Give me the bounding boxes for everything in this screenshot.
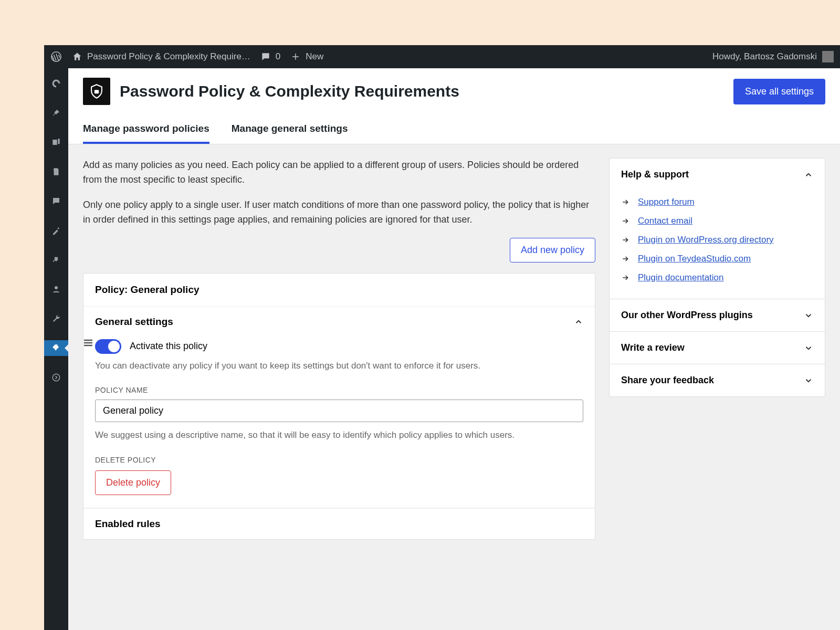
svg-point-2: [52, 374, 60, 381]
adminbar-comment-count: 0: [276, 51, 280, 62]
help-link-docs[interactable]: Plugin documentation: [638, 272, 724, 283]
page-header: Password Policy & Complexity Requirement…: [68, 68, 840, 144]
other-plugins-title: Our other WordPress plugins: [621, 310, 753, 321]
chevron-up-icon: [574, 317, 583, 327]
adminbar-new-label: New: [306, 51, 323, 62]
share-feedback-panel: Share your feedback: [609, 364, 825, 397]
nav-comments-icon[interactable]: [44, 193, 68, 209]
arrow-right-icon: [621, 255, 631, 263]
write-review-title: Write a review: [621, 342, 685, 353]
activate-policy-toggle[interactable]: [95, 339, 121, 354]
settings-tabs: Manage password policies Manage general …: [83, 116, 825, 144]
tab-manage-general[interactable]: Manage general settings: [232, 116, 348, 144]
help-support-title: Help & support: [621, 169, 689, 180]
adminbar-account[interactable]: Howdy, Bartosz Gadomski: [712, 51, 834, 62]
write-review-header[interactable]: Write a review: [610, 332, 825, 364]
help-links-list: Support forum Contact email Plugin on Wo…: [621, 193, 813, 287]
delete-policy-label: DELETE POLICY: [95, 456, 583, 464]
help-support-panel: Help & support Support forum: [609, 158, 825, 299]
list-item: Contact email: [621, 212, 813, 230]
adminbar-new[interactable]: New: [290, 51, 323, 62]
policy-card: Policy: General policy General settings …: [83, 273, 595, 540]
nav-dashboard-icon[interactable]: [44, 76, 68, 91]
list-item: Plugin on TeydeaStudio.com: [621, 249, 813, 268]
arrow-right-icon: [621, 198, 631, 206]
list-item: Plugin on WordPress.org directory: [621, 230, 813, 249]
home-icon: [71, 51, 83, 62]
help-link-wporg[interactable]: Plugin on WordPress.org directory: [638, 235, 774, 245]
share-feedback-title: Share your feedback: [621, 375, 714, 386]
adminbar-greeting: Howdy, Bartosz Gadomski: [712, 51, 817, 62]
wp-adminbar: Password Policy & Complexity Require… 0 …: [44, 45, 840, 68]
nav-pin-icon[interactable]: [44, 105, 68, 121]
policy-name-help: We suggest using a descriptive name, so …: [95, 428, 583, 442]
help-link-support-forum[interactable]: Support forum: [638, 197, 695, 207]
nav-settings-icon[interactable]: [44, 340, 68, 356]
write-review-panel: Write a review: [609, 332, 825, 364]
chevron-down-icon: [804, 376, 813, 385]
nav-pages-icon[interactable]: [44, 164, 68, 180]
app-window: Password Policy & Complexity Require… 0 …: [44, 45, 840, 630]
intro-paragraph-2: Only one policy apply to a single user. …: [83, 198, 595, 227]
arrow-right-icon: [621, 217, 631, 225]
general-settings-title: General settings: [95, 316, 173, 328]
share-feedback-header[interactable]: Share your feedback: [610, 364, 825, 396]
policy-card-title: Policy: General policy: [83, 274, 595, 307]
nav-tools-icon[interactable]: [44, 311, 68, 327]
delete-policy-button[interactable]: Delete policy: [95, 470, 171, 495]
nav-plugins-icon[interactable]: [44, 252, 68, 268]
wp-admin-menu: [44, 68, 68, 630]
page-content: Password Policy & Complexity Requirement…: [68, 68, 840, 630]
avatar-icon: [822, 51, 834, 62]
help-support-header[interactable]: Help & support: [610, 159, 825, 191]
general-settings-header[interactable]: General settings: [83, 307, 595, 337]
save-all-settings-button[interactable]: Save all settings: [733, 79, 825, 104]
help-link-contact-email[interactable]: Contact email: [638, 216, 692, 226]
other-plugins-header[interactable]: Our other WordPress plugins: [610, 299, 825, 331]
enabled-rules-header[interactable]: Enabled rules: [83, 508, 595, 539]
nav-users-icon[interactable]: [44, 281, 68, 297]
plus-icon: [290, 51, 301, 62]
intro-paragraph-1: Add as many policies as you need. Each p…: [83, 158, 595, 187]
adminbar-site[interactable]: Password Policy & Complexity Require…: [71, 51, 250, 62]
chevron-down-icon: [804, 343, 813, 353]
nav-media-icon[interactable]: [44, 134, 68, 150]
drawer-toggle-icon[interactable]: [81, 336, 95, 350]
adminbar-site-name: Password Policy & Complexity Require…: [87, 51, 250, 62]
arrow-right-icon: [621, 236, 631, 244]
other-plugins-panel: Our other WordPress plugins: [609, 299, 825, 332]
plugin-logo-icon: [83, 78, 110, 105]
chevron-down-icon: [804, 311, 813, 320]
help-link-teydea[interactable]: Plugin on TeydeaStudio.com: [638, 254, 751, 264]
list-item: Support forum: [621, 193, 813, 212]
svg-rect-3: [94, 90, 99, 93]
activate-policy-label: Activate this policy: [130, 341, 207, 352]
enabled-rules-title: Enabled rules: [95, 518, 161, 530]
add-new-policy-button[interactable]: Add new policy: [510, 238, 595, 262]
policy-name-input[interactable]: [95, 400, 583, 422]
intro-text: Add as many policies as you need. Each p…: [83, 158, 595, 227]
nav-collapse-icon[interactable]: [44, 370, 68, 385]
tab-manage-policies[interactable]: Manage password policies: [83, 116, 209, 144]
arrow-right-icon: [621, 274, 631, 282]
page-title: Password Policy & Complexity Requirement…: [120, 82, 459, 100]
adminbar-comments[interactable]: 0: [260, 51, 280, 62]
comment-icon: [260, 51, 271, 62]
svg-point-1: [55, 286, 58, 289]
nav-appearance-icon[interactable]: [44, 223, 68, 238]
chevron-up-icon: [804, 170, 813, 180]
policy-name-label: POLICY NAME: [95, 386, 583, 394]
wordpress-logo-icon[interactable]: [50, 51, 62, 62]
list-item: Plugin documentation: [621, 268, 813, 287]
activate-policy-description: You can deactivate any policy if you wan…: [95, 359, 583, 373]
